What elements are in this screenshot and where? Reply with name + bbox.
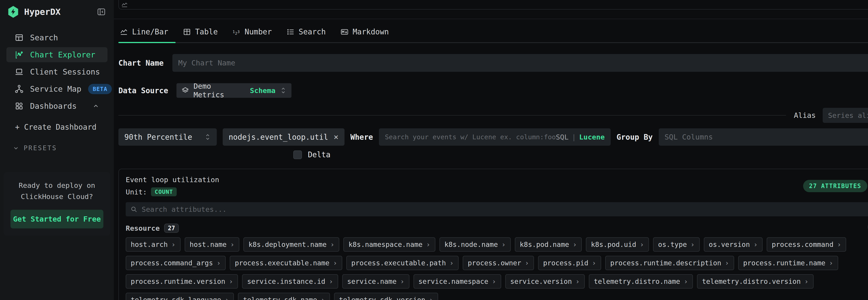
chevron-right-icon: › <box>400 277 404 285</box>
sidebar-item-chart-explorer[interactable]: Chart Explorer <box>6 47 107 62</box>
sidebar-item-service-map[interactable]: Service Map BETA <box>6 81 107 97</box>
attribute-chip[interactable]: telemetry.distro.name › <box>589 274 693 289</box>
chevron-right-icon: › <box>725 259 729 267</box>
alias-divider <box>118 115 786 115</box>
sidebar-item-client-sessions[interactable]: Client Sessions <box>6 64 107 79</box>
attribute-chip[interactable]: telemetry.distro.version › <box>697 274 813 289</box>
group-by-field <box>659 128 868 146</box>
chevron-right-icon: › <box>525 259 529 267</box>
sidebar-item-dashboards[interactable]: Dashboards <box>6 99 107 113</box>
list-search-icon <box>286 28 294 36</box>
attribute-chip[interactable]: k8s.namespace.name › <box>343 237 435 252</box>
attribute-chip[interactable]: os.version › <box>704 237 763 252</box>
attribute-search-field <box>126 202 868 216</box>
main-content: Line/Bar Table 1 2 3 Number <box>114 0 868 300</box>
query-language-toggle: SQL | Lucene <box>556 133 605 141</box>
attribute-chip[interactable]: process.runtime.name › <box>738 256 838 270</box>
delta-checkbox[interactable] <box>293 151 302 159</box>
sidebar-collapse-button[interactable] <box>97 7 106 17</box>
schema-link[interactable]: Schema <box>250 86 276 94</box>
sidebar-item-label: Client Sessions <box>30 67 100 76</box>
chevron-down-icon <box>13 145 19 152</box>
data-source-select[interactable]: Demo Metrics Schema <box>177 83 291 98</box>
attribute-chip[interactable]: process.executable.name › <box>230 256 342 270</box>
attribute-chip[interactable]: process.owner › <box>463 256 534 270</box>
attribute-chip[interactable]: process.executable.path › <box>346 256 459 270</box>
chevron-right-icon: › <box>573 241 577 248</box>
toggle-divider: | <box>572 133 576 141</box>
attribute-chip[interactable]: process.runtime.version › <box>126 274 238 289</box>
sql-toggle[interactable]: SQL <box>556 133 568 141</box>
attribute-chip[interactable]: k8s.pod.uid › <box>586 237 649 252</box>
alias-input[interactable] <box>828 111 868 119</box>
metric-name: nodejs.event_loop.util <box>228 133 328 142</box>
unit-badge: COUNT <box>151 187 177 196</box>
metric-chip[interactable]: nodejs.event_loop.util × <box>223 128 344 146</box>
lucene-toggle[interactable]: Lucene <box>579 133 605 141</box>
chevron-up-icon <box>92 103 99 109</box>
attribute-chip[interactable]: k8s.deployment.name › <box>243 237 339 252</box>
presets-header[interactable]: PRESETS <box>13 144 114 152</box>
get-started-button[interactable]: Get Started for Free <box>10 210 103 228</box>
chart-name-row: Chart Name <box>118 54 868 72</box>
section-divider <box>114 19 868 19</box>
chart-name-field <box>173 54 868 72</box>
tab-markdown[interactable]: Markdown <box>333 21 396 42</box>
attribute-search-input[interactable] <box>142 205 868 213</box>
tab-search[interactable]: Search <box>279 21 333 42</box>
attribute-name: telemetry.distro.name <box>594 277 680 285</box>
aggregation-select[interactable]: 90th Percentile <box>118 128 217 146</box>
sidebar-item-search[interactable]: Search <box>6 30 107 45</box>
tab-label: Markdown <box>353 27 389 36</box>
attribute-chip[interactable]: service.version › <box>505 274 585 289</box>
attribute-name: telemetry.sdk.version <box>339 296 425 300</box>
attribute-chip[interactable]: process.pid › <box>538 256 601 270</box>
chevron-right-icon: › <box>426 241 430 248</box>
panel-header-right: 27 ATTRIBUTES <box>803 180 868 192</box>
tab-table[interactable]: Table <box>176 21 225 42</box>
attribute-chip[interactable]: service.name › <box>342 274 409 289</box>
attribute-chip[interactable]: host.name › <box>185 237 240 252</box>
chevron-right-icon: › <box>691 241 695 248</box>
attribute-chip[interactable]: telemetry.sdk.name › <box>238 293 330 300</box>
tab-line-bar[interactable]: Line/Bar <box>118 21 176 42</box>
chart-type-tabs: Line/Bar Table 1 2 3 Number <box>118 21 868 43</box>
select-updown-icon <box>205 133 211 141</box>
chevron-right-icon: › <box>753 241 757 248</box>
sidebar-item-label: Service Map <box>30 84 81 93</box>
attribute-name: process.command_args <box>131 259 213 267</box>
attribute-name: service.namespace <box>418 277 489 285</box>
attribute-chip[interactable]: telemetry.sdk.version › <box>334 293 438 300</box>
sidebar-item-label: Chart Explorer <box>30 50 95 59</box>
where-field[interactable]: Search your events w/ Lucene ex. column:… <box>379 128 611 146</box>
line-bar-icon <box>120 28 128 36</box>
tab-label: Search <box>299 27 326 36</box>
attribute-name: service.instance.id <box>247 277 325 285</box>
attribute-chip[interactable]: service.instance.id › <box>242 274 338 289</box>
sidebar-nav: Search Chart Explorer Client Sessions <box>0 30 114 113</box>
group-by-input[interactable] <box>665 133 868 141</box>
layers-icon <box>182 87 189 94</box>
attribute-chip[interactable]: os.type › <box>653 237 700 252</box>
create-dashboard-button[interactable]: + Create Dashboard <box>15 122 114 132</box>
attribute-chip[interactable]: telemetry.sdk.language › <box>126 293 234 300</box>
attribute-chip[interactable]: k8s.node.name › <box>439 237 511 252</box>
attribute-chip[interactable]: process.command › <box>767 237 846 252</box>
remove-metric-icon[interactable]: × <box>334 133 339 141</box>
resource-group-label: Resource <box>126 224 160 232</box>
tab-number[interactable]: 1 2 3 Number <box>225 21 279 42</box>
chart-name-input[interactable] <box>178 59 868 67</box>
attribute-chip[interactable]: k8s.pod.name › <box>515 237 582 252</box>
chevron-right-icon: › <box>329 277 333 285</box>
dashboards-icon <box>14 102 24 111</box>
app-root: HyperDX Search <box>0 0 868 300</box>
attribute-chip[interactable]: host.arch › <box>126 237 181 252</box>
attribute-chip[interactable]: process.command_args › <box>126 256 226 270</box>
attribute-name: process.executable.name <box>235 259 329 267</box>
attribute-chip[interactable]: service.namespace › <box>413 274 501 289</box>
chevron-right-icon: › <box>172 241 176 248</box>
attribute-name: telemetry.distro.version <box>702 277 801 285</box>
attribute-chip[interactable]: process.runtime.description › <box>605 256 734 270</box>
attribute-name: process.runtime.name <box>743 259 826 267</box>
delta-label: Delta <box>308 150 331 159</box>
